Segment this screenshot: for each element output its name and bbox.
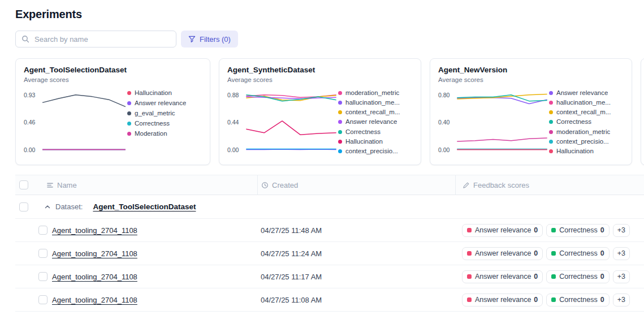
pencil-icon — [463, 182, 470, 189]
legend-item[interactable]: hallucination_me... — [549, 99, 624, 106]
header-created-cell[interactable]: Created — [257, 175, 455, 195]
experiment-name-link[interactable]: Agent_tooling_2704_1108 — [52, 296, 137, 304]
more-scores-chip[interactable]: +3 — [613, 247, 630, 260]
collapse-group-button[interactable] — [44, 204, 51, 210]
header-created-label: Created — [272, 181, 298, 189]
legend-label: Correctness — [135, 120, 170, 127]
row-checkbox[interactable] — [38, 295, 47, 304]
legend-item[interactable]: Correctness — [338, 128, 413, 135]
legend-item[interactable]: moderation_metric — [549, 128, 624, 135]
feedback-score-chip[interactable]: Correctness0 — [546, 294, 609, 307]
legend-item[interactable]: context_precisio... — [338, 148, 413, 155]
header-name-cell[interactable]: Name — [15, 175, 257, 195]
more-scores-chip[interactable]: +3 — [613, 224, 630, 237]
experiment-name-link[interactable]: Agent_tooling_2704_1108 — [52, 226, 137, 235]
score-color-dot — [467, 297, 472, 302]
search-input-wrapper[interactable] — [15, 31, 176, 48]
legend-label: Correctness — [345, 128, 381, 135]
y-tick-label: 0.00 — [227, 146, 239, 153]
feedback-score-chip[interactable]: Answer relevance0 — [462, 294, 543, 307]
score-value: 0 — [534, 249, 538, 257]
feedback-score-chip[interactable]: Correctness0 — [546, 224, 609, 237]
legend-item[interactable]: context_recall_m... — [338, 109, 413, 116]
y-tick-label: 0.40 — [438, 119, 449, 126]
legend-label: Hallucination — [345, 138, 383, 145]
legend-label: Hallucination — [556, 148, 594, 155]
dataset-card[interactable] — [641, 58, 644, 165]
legend-dot-icon — [338, 140, 342, 144]
group-dataset-link[interactable]: Agent_ToolSelectionDataset — [93, 202, 196, 211]
chart-line — [42, 95, 126, 107]
legend-item[interactable]: Hallucination — [549, 148, 624, 155]
legend-item[interactable]: context_precisio... — [549, 138, 624, 145]
chart-line — [246, 121, 336, 135]
legend-item[interactable]: Moderation — [127, 130, 202, 137]
score-label: Correctness — [559, 226, 597, 234]
table-row[interactable]: Agent_tooling_2704_1108 04/27/25 11:48 A… — [15, 219, 644, 242]
created-cell: 04/27/25 11:08 AM — [257, 296, 455, 304]
dataset-card[interactable]: Agent_ToolSelectionDataset Average score… — [15, 58, 210, 165]
legend-item[interactable]: hallucination_me... — [338, 99, 413, 106]
header-feedback-cell[interactable]: Feedback scores — [455, 175, 644, 195]
table-row[interactable]: Agent_tooling_2704_1108 04/27/25 11:17 A… — [15, 265, 644, 288]
legend-item[interactable]: Hallucination — [127, 89, 202, 97]
score-value: 0 — [534, 226, 538, 234]
group-checkbox[interactable] — [19, 202, 28, 212]
more-scores-chip[interactable]: +3 — [613, 270, 630, 283]
dataset-card[interactable]: Agent_NewVersion Average scores 0.800.40… — [430, 58, 632, 165]
score-label: Answer relevance — [475, 249, 531, 257]
select-all-checkbox[interactable] — [19, 180, 28, 189]
legend-dot-icon — [549, 120, 553, 124]
legend-item[interactable]: Answer relevance — [127, 100, 202, 107]
feedback-score-chip[interactable]: Answer relevance0 — [462, 270, 543, 283]
legend-item[interactable]: Correctness — [127, 120, 202, 127]
legend-item[interactable]: g_eval_metric — [127, 110, 202, 117]
legend-label: Correctness — [556, 119, 591, 126]
dataset-cards-row: Agent_ToolSelectionDataset Average score… — [15, 58, 644, 165]
legend-item[interactable]: Answer relevance — [338, 119, 413, 126]
legend-label: Moderation — [135, 130, 167, 137]
table-row[interactable]: Agent_tooling_2704_1108 04/27/25 11:08 A… — [15, 288, 644, 312]
legend-item[interactable]: Correctness — [549, 119, 624, 126]
experiment-name-link[interactable]: Agent_tooling_2704_1108 — [52, 249, 137, 258]
legend-label: hallucination_me... — [345, 99, 400, 106]
legend-item[interactable]: moderation_metric — [338, 89, 413, 96]
feedback-score-chip[interactable]: Answer relevance0 — [462, 247, 543, 260]
chart-legend: moderation_metrichallucination_me...cont… — [338, 88, 413, 155]
table-row[interactable]: Agent_tooling_2704_1108 04/27/25 11:24 A… — [15, 242, 644, 265]
legend-dot-icon — [338, 130, 342, 134]
y-tick-label: 0.93 — [24, 92, 35, 98]
funnel-icon — [188, 36, 196, 43]
feedback-score-chip[interactable]: Correctness0 — [546, 247, 609, 260]
filters-button[interactable]: Filters (0) — [181, 31, 238, 48]
feedback-score-chip[interactable]: Answer relevance0 — [462, 224, 543, 237]
more-scores-chip[interactable]: +3 — [613, 294, 630, 307]
legend-dot-icon — [338, 149, 342, 153]
score-color-dot — [551, 251, 556, 256]
y-tick-label: 0.46 — [24, 119, 35, 126]
score-value: 0 — [534, 296, 538, 304]
dataset-card[interactable]: Agent_SyntheticDataset Average scores 0.… — [219, 58, 421, 165]
feedback-score-chip[interactable]: Correctness0 — [546, 270, 609, 283]
row-checkbox[interactable] — [38, 226, 47, 235]
row-checkbox[interactable] — [38, 249, 47, 258]
legend-item[interactable]: context_recall_m... — [549, 109, 624, 116]
score-label: Answer relevance — [475, 296, 531, 304]
legend-dot-icon — [127, 91, 131, 95]
legend-item[interactable]: Answer relevance — [549, 89, 624, 96]
legend-dot-icon — [549, 110, 553, 114]
y-tick-label: 0.80 — [438, 92, 449, 98]
search-input[interactable] — [33, 34, 170, 44]
line-chart — [244, 88, 338, 155]
chart-legend: Answer relevancehallucination_me...conte… — [549, 88, 624, 155]
created-cell-text: 04/27/25 11:24 AM — [261, 249, 322, 258]
row-checkbox[interactable] — [38, 272, 47, 281]
score-label: Correctness — [559, 273, 597, 281]
header-name-label: Name — [57, 181, 77, 189]
legend-label: Answer relevance — [135, 100, 186, 107]
dataset-group-row[interactable]: Dataset: Agent_ToolSelectionDataset — [15, 195, 644, 219]
experiment-name-link[interactable]: Agent_tooling_2704_1108 — [52, 273, 137, 281]
created-cell-text: 04/27/25 11:48 AM — [261, 226, 322, 235]
feedback-cell: Answer relevance0Correctness0+3 — [455, 294, 644, 307]
legend-item[interactable]: Hallucination — [338, 138, 413, 145]
